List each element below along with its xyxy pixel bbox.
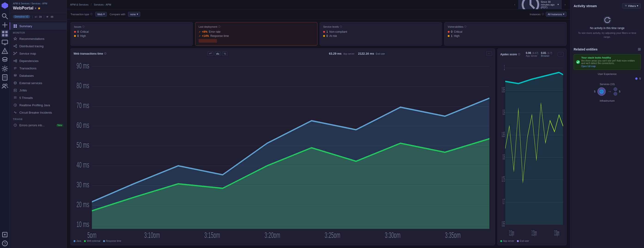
refresh-button[interactable] — [603, 16, 612, 24]
breadcrumb-part1[interactable]: APM & Services — [13, 2, 30, 5]
deployment-card-title: Last deployment ⓘ — [198, 25, 314, 28]
svg-text:0.65: 0.65 — [502, 220, 505, 228]
svg-text:30 ms: 30 ms — [76, 180, 89, 189]
sidebar-item-databases[interactable]: Databases — [10, 72, 67, 79]
compare-select[interactable]: none ▾ — [128, 12, 140, 16]
activity-empty-area: No activity in this time range To see mo… — [574, 11, 641, 43]
instances-info-icon[interactable]: ⓘ — [542, 13, 544, 16]
add-nav-icon[interactable] — [1, 21, 8, 28]
service-map-icon — [14, 52, 17, 55]
service-levels-title: Service levels ⓘ — [323, 25, 438, 28]
health-link[interactable]: Open full map — [581, 65, 596, 67]
vuln-critical-value: 0 — [451, 30, 452, 33]
plugin-nav-icon[interactable] — [1, 231, 8, 238]
legend-response-time: Response time — [103, 240, 121, 242]
svg-rect-5 — [2, 31, 4, 33]
sidebar-item-jvms[interactable]: JVMs — [10, 87, 67, 94]
app-title-chevron[interactable]: ▾ — [35, 7, 36, 10]
instances-select[interactable]: All Instances ▾ — [546, 12, 566, 16]
ux-item: 5 — [574, 77, 641, 80]
monitor-nav-icon[interactable] — [1, 39, 8, 46]
chart-bar-btn[interactable] — [215, 52, 221, 56]
vulnerabilities-info-icon[interactable]: ⓘ — [464, 25, 466, 28]
web-transactions-more-btn[interactable]: ⋯ — [486, 51, 492, 56]
web-external-legend-label: Web external — [87, 240, 100, 242]
sidebar-item-circuit-breaker[interactable]: Circuit Breaker Incidents — [10, 109, 67, 116]
sidebar-item-summary[interactable]: Summary — [10, 22, 67, 30]
instances-controls: Instances ⓘ All Instances ▾ — [530, 12, 566, 16]
filters-label: Filters — [628, 4, 636, 7]
chart-area-btn[interactable] — [207, 52, 213, 56]
app-title-star[interactable]: ★ — [38, 6, 40, 10]
header-services-link[interactable]: Services - APM — [94, 3, 111, 6]
sidebar-item-transactions[interactable]: Transactions — [10, 64, 67, 72]
deployment-info-icon[interactable]: ⓘ — [218, 25, 220, 28]
svg-marker-0 — [2, 2, 8, 9]
sidebar-item-realtime[interactable]: Realtime Profiling Java — [10, 101, 67, 109]
svg-rect-27 — [14, 26, 15, 28]
compare-label: Compare with — [110, 13, 125, 16]
issues-info-icon[interactable]: ⓘ — [82, 25, 85, 28]
breadcrumb-part2[interactable]: Services - APM — [32, 2, 47, 5]
ux-value: 5 — [640, 77, 641, 80]
threads-icon — [14, 96, 17, 100]
users-nav-icon[interactable] — [1, 82, 8, 90]
transaction-type-select[interactable]: Web ▾ — [95, 12, 107, 16]
apdex-chart: Apdex score ⓘ 0.96 [0.67] App Server 0.8… — [497, 48, 566, 245]
grid-nav-icon[interactable] — [1, 30, 8, 37]
response-time-legend-dot — [103, 240, 105, 242]
svg-text:0.7: 0.7 — [502, 197, 505, 206]
apdex-header: Apdex score ⓘ 0.96 [0.67] App Server 0.8… — [500, 51, 564, 57]
service-levels-info-icon[interactable]: ⓘ — [340, 25, 342, 28]
gear-nav-icon[interactable] — [1, 65, 8, 72]
vuln-critical-label: Critical — [454, 30, 462, 33]
sidebar-item-dependencies[interactable]: Dependencies — [10, 57, 67, 64]
app-logo[interactable] — [1, 2, 8, 9]
back-button[interactable]: ‹ — [513, 2, 517, 7]
svg-text:?: ? — [4, 242, 6, 246]
non-compliant-dot — [323, 31, 325, 33]
response-time-arrow: ↗ — [198, 35, 200, 37]
svg-text:80 ms: 80 ms — [76, 81, 89, 90]
summary-cards-row: Issues ⓘ 0 Critical 0 High Last deployme… — [67, 19, 570, 48]
sidebar-item-distributed-tracing[interactable]: Distributed tracing — [10, 42, 67, 50]
svg-text:3:10pm: 3:10pm — [509, 229, 514, 237]
sidebar-item-threads[interactable]: 5 Threads — [10, 94, 67, 101]
alert-nav-icon[interactable] — [1, 47, 8, 55]
svg-text:3:25pm: 3:25pm — [324, 231, 340, 238]
apdex-chart-area: 1 0.95 0.9 0.85 0.8 0.75 0.7 0.65 — [500, 59, 564, 238]
sidebar-item-service-map[interactable]: Service map — [10, 50, 67, 57]
issues-critical-row: 0 Critical — [74, 30, 189, 33]
browser-label[interactable]: End user — [376, 52, 385, 55]
apdex-info-icon[interactable]: ⓘ — [518, 53, 520, 56]
sidebar-item-external-services[interactable]: External services — [10, 79, 67, 87]
web-transactions-info-icon[interactable]: ⓘ — [104, 52, 106, 55]
search-nav-icon[interactable] — [1, 12, 8, 20]
java-legend-dot — [74, 240, 76, 242]
chart-percent-btn[interactable]: % — [222, 52, 228, 56]
help-nav-icon[interactable]: ? — [1, 240, 8, 247]
app-server-legend-dot — [500, 240, 502, 242]
svg-text:70 ms: 70 ms — [76, 101, 89, 110]
transaction-type-info-icon[interactable]: ⓘ — [90, 13, 92, 16]
apdex-more-btn[interactable]: ⋯ — [558, 52, 564, 56]
charts-section: Web transactions time ⓘ % — [67, 48, 570, 248]
document-nav-icon[interactable] — [1, 74, 8, 81]
breadcrumb: APM & Services / Services - APM — [13, 2, 64, 5]
sidebar-label-databases: Databases — [20, 74, 34, 77]
svg-text:40 ms: 40 ms — [76, 160, 89, 169]
filters-button[interactable]: Filters ▾ — [622, 3, 641, 8]
header-apm-link[interactable]: APM & Services — [70, 3, 88, 6]
infrastructure-label: Infrastructure — [574, 99, 641, 102]
env-separator: | — [32, 15, 33, 18]
filters-chevron: ▾ — [637, 4, 638, 7]
data-nav-icon[interactable] — [1, 56, 8, 64]
sidebar-item-errors[interactable]: Errors (errors inb... New — [10, 121, 67, 129]
forward-button[interactable]: › — [563, 2, 567, 7]
related-entities-title: Related entities ⊞ — [574, 47, 641, 51]
svg-point-18 — [3, 84, 5, 86]
apdex-browser-label[interactable]: Browser — [541, 55, 552, 57]
related-entities-more-btn[interactable]: ⊞ — [638, 47, 641, 51]
env-badge[interactable]: Demotron V2 — [13, 15, 30, 18]
sidebar-item-recommendations[interactable]: Recommendations — [10, 35, 67, 42]
